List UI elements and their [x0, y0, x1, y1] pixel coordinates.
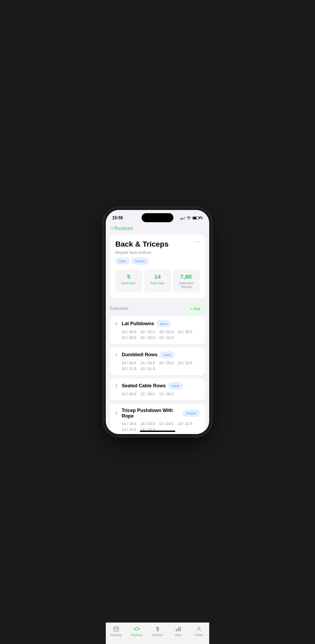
workout-title: Back & Triceps — [115, 240, 200, 249]
set-value: 10 / 26.0 — [141, 361, 155, 365]
tag-back[interactable]: back — [115, 258, 129, 264]
tag-triceps[interactable]: triceps — [132, 258, 148, 264]
add-exercise-button[interactable]: + Add — [185, 304, 205, 313]
wifi-icon — [187, 216, 191, 220]
exercises-section-title: Exercises — [110, 306, 128, 311]
set-value: 14 / 18.0 — [122, 422, 136, 426]
set-value: 14 / 18.0 — [159, 422, 174, 426]
stats-row: 5 Exercises 14 Total Sets 7,8K Estimated… — [115, 270, 200, 293]
exercise-name-3: Tricep Pushdown With Rope — [122, 408, 180, 419]
status-icons: 71 — [180, 216, 203, 220]
sets-grid-0: 10 / 45.0 10 / 52.0 10 / 52.0 10 / 39.0 … — [115, 330, 200, 340]
signal-bars-icon — [180, 216, 185, 220]
set-value: 14 / 14.5 — [178, 422, 192, 426]
workout-subtitle: Regular back workout — [115, 250, 200, 255]
set-value: 10 / 32.0 — [159, 336, 174, 340]
set-value: 10 / 52.0 — [141, 330, 155, 334]
sets-grid-2: 12 / 36.0 12 / 36.0 12 / 36.0 — [115, 392, 200, 396]
exercise-header-1: 1 Dumbbell Rows back — [115, 351, 200, 358]
exercise-tag-1: back — [160, 351, 174, 358]
exercise-card-0[interactable]: 0 Lat Pulldowns back 10 / 45.0 10 / 52.0… — [110, 316, 205, 344]
exercise-index-0: 0 — [115, 321, 119, 326]
home-indicator — [140, 431, 175, 432]
set-value: 10 / 21.0 — [122, 367, 136, 371]
exercise-header-2: 2 Seated Cable Rows back — [115, 383, 200, 389]
back-label: Routines — [114, 226, 133, 231]
set-value: 10 / 24.0 — [122, 361, 136, 365]
set-value: 10 / 39.0 — [141, 336, 155, 340]
stat-volume-label: Estimated Volume — [175, 281, 198, 289]
stat-volume: 7,8K Estimated Volume — [173, 270, 200, 293]
sets-grid-1: 10 / 24.0 10 / 26.0 10 / 26.0 10 / 19.0 … — [115, 361, 200, 371]
phone-screen: 15:55 71 — [106, 210, 209, 434]
set-value: 12 / 36.0 — [159, 392, 174, 396]
set-value: 10 / 52.0 — [159, 330, 174, 334]
exercise-name-2: Seated Cable Rows — [122, 383, 166, 389]
set-value: 10 / 39.0 — [122, 336, 136, 340]
stat-sets: 14 Total Sets — [144, 270, 171, 293]
exercise-card-2[interactable]: 2 Seated Cable Rows back 12 / 36.0 12 / … — [110, 378, 205, 400]
stat-sets-value: 14 — [146, 273, 169, 280]
stat-exercises: 5 Exercises — [115, 270, 142, 293]
exercise-index-1: 1 — [115, 353, 119, 357]
main-content: ··· Back & Triceps Regular back workout … — [106, 234, 209, 434]
exercise-card-3[interactable]: 3 Tricep Pushdown With Rope triceps 14 /… — [110, 403, 205, 434]
stat-volume-value: 7,8K — [175, 273, 198, 280]
sets-grid-3: 14 / 18.0 14 / 18.0 14 / 18.0 14 / 14.5 … — [115, 422, 200, 432]
set-value: 10 / 19.0 — [178, 361, 192, 365]
exercise-tag-2: back — [168, 383, 182, 389]
stat-exercises-value: 5 — [117, 273, 140, 280]
set-value: 10 / 45.0 — [122, 330, 136, 334]
set-value: 14 / 14.5 — [122, 427, 136, 432]
set-value: 12 / 36.0 — [122, 392, 136, 396]
nav-back[interactable]: ‹ Routines — [106, 224, 209, 234]
back-chevron-icon: ‹ — [111, 225, 113, 231]
exercise-card-1[interactable]: 1 Dumbbell Rows back 10 / 24.0 10 / 26.0… — [110, 347, 205, 375]
set-value: 10 / 39.0 — [178, 330, 192, 334]
set-value: 12 / 36.0 — [141, 392, 155, 396]
more-menu-icon[interactable]: ··· — [194, 239, 201, 244]
exercise-index-3: 3 — [115, 411, 119, 415]
dynamic-island — [142, 213, 173, 222]
exercise-header-3: 3 Tricep Pushdown With Rope triceps — [115, 408, 200, 419]
exercise-name-1: Dumbbell Rows — [122, 352, 158, 358]
tags-container: back triceps — [115, 258, 200, 264]
header-card: ··· Back & Triceps Regular back workout … — [110, 234, 205, 298]
exercise-name-0: Lat Pulldowns — [122, 321, 154, 327]
set-value: 10 / 26.0 — [159, 361, 174, 365]
stat-exercises-label: Exercises — [117, 281, 140, 285]
status-time: 15:55 — [112, 216, 123, 220]
phone-frame: 15:55 71 — [106, 210, 209, 434]
set-value: 14 / 18.0 — [141, 422, 155, 426]
exercise-header-0: 0 Lat Pulldowns back — [115, 320, 200, 327]
exercise-tag-3: triceps — [183, 410, 200, 417]
exercises-header: Exercises + Add — [110, 304, 205, 313]
exercise-tag-0: back — [157, 320, 171, 327]
set-value: 10 / 21.0 — [141, 367, 155, 371]
exercise-index-2: 2 — [115, 384, 119, 388]
stat-sets-label: Total Sets — [146, 281, 169, 285]
battery-icon: 71 — [192, 216, 203, 220]
